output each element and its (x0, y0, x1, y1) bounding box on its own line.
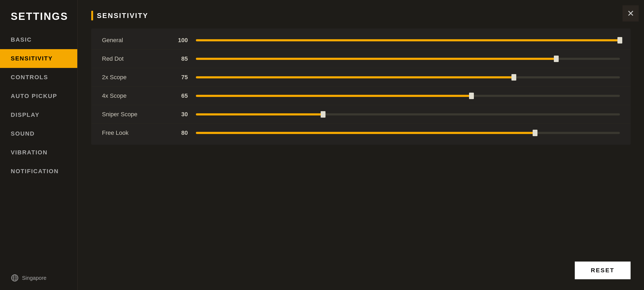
slider-fill-general (196, 39, 620, 41)
slider-row-red-dot: Red Dot85 (91, 50, 631, 68)
slider-value-sniper-scope: 30 (169, 111, 188, 118)
slider-row-general: General100 (91, 31, 631, 50)
slider-track-container-4x-scope[interactable] (196, 92, 620, 100)
slider-label-4x-scope: 4x Scope (102, 92, 161, 99)
slider-label-sniper-scope: Sniper Scope (102, 111, 161, 118)
settings-container: SETTINGS BASICSENSITIVITYCONTROLSAUTO PI… (0, 0, 644, 290)
slider-value-red-dot: 85 (169, 55, 188, 62)
slider-track-general (196, 39, 620, 41)
close-button[interactable]: ✕ (623, 5, 639, 21)
sidebar: SETTINGS BASICSENSITIVITYCONTROLSAUTO PI… (0, 0, 78, 290)
slider-track-container-general[interactable] (196, 37, 620, 44)
sidebar-footer: Singapore (0, 266, 77, 290)
slider-thumb-2x-scope[interactable] (511, 74, 516, 81)
slider-fill-4x-scope (196, 95, 471, 97)
main-content: ✕ SENSITIVITY General100Red Dot852x Scop… (78, 0, 644, 290)
slider-label-general: General (102, 37, 161, 44)
slider-row-sniper-scope: Sniper Scope30 (91, 105, 631, 124)
sidebar-item-auto-pickup[interactable]: AUTO PICKUP (0, 87, 77, 106)
slider-value-general: 100 (169, 37, 188, 44)
sidebar-nav: BASICSENSITIVITYCONTROLSAUTO PICKUPDISPL… (0, 30, 77, 181)
slider-row-2x-scope: 2x Scope75 (91, 68, 631, 87)
sidebar-item-notification[interactable]: NOTIFICATION (0, 162, 77, 181)
slider-fill-sniper-scope (196, 113, 323, 115)
slider-value-2x-scope: 75 (169, 74, 188, 81)
slider-value-free-look: 80 (169, 129, 188, 136)
slider-thumb-free-look[interactable] (533, 130, 537, 136)
section-header: SENSITIVITY (91, 11, 631, 20)
sidebar-item-sensitivity[interactable]: SENSITIVITY (0, 49, 77, 68)
sidebar-item-controls[interactable]: CONTROLS (0, 68, 77, 87)
slider-track-container-sniper-scope[interactable] (196, 111, 620, 118)
sensitivity-panel: General100Red Dot852x Scope754x Scope65S… (91, 28, 631, 145)
slider-thumb-sniper-scope[interactable] (321, 111, 325, 118)
globe-icon (11, 274, 19, 282)
slider-track-sniper-scope (196, 113, 620, 115)
slider-fill-2x-scope (196, 76, 514, 78)
slider-label-free-look: Free Look (102, 129, 161, 136)
slider-track-red-dot (196, 58, 620, 60)
settings-title: SETTINGS (0, 5, 77, 30)
slider-thumb-4x-scope[interactable] (469, 93, 474, 99)
slider-track-container-2x-scope[interactable] (196, 74, 620, 81)
slider-row-4x-scope: 4x Scope65 (91, 87, 631, 105)
section-title-text: SENSITIVITY (97, 12, 148, 20)
slider-value-4x-scope: 65 (169, 92, 188, 99)
slider-label-red-dot: Red Dot (102, 55, 161, 62)
close-icon: ✕ (627, 9, 634, 18)
slider-thumb-red-dot[interactable] (554, 56, 559, 62)
location-label: Singapore (22, 275, 46, 281)
slider-label-2x-scope: 2x Scope (102, 74, 161, 81)
section-title-bar (91, 11, 93, 20)
sidebar-item-basic[interactable]: BASIC (0, 30, 77, 49)
sidebar-item-sound[interactable]: SOUND (0, 124, 77, 143)
slider-track-4x-scope (196, 95, 620, 97)
slider-track-container-free-look[interactable] (196, 129, 620, 137)
slider-row-free-look: Free Look80 (91, 124, 631, 142)
slider-fill-free-look (196, 132, 535, 134)
slider-track-container-red-dot[interactable] (196, 55, 620, 63)
slider-track-2x-scope (196, 76, 620, 78)
slider-track-free-look (196, 132, 620, 134)
slider-fill-red-dot (196, 58, 556, 60)
reset-button[interactable]: RESET (575, 262, 631, 279)
sidebar-item-vibration[interactable]: VIBRATION (0, 143, 77, 162)
slider-thumb-general[interactable] (617, 37, 622, 44)
sidebar-item-display[interactable]: DISPLAY (0, 106, 77, 124)
